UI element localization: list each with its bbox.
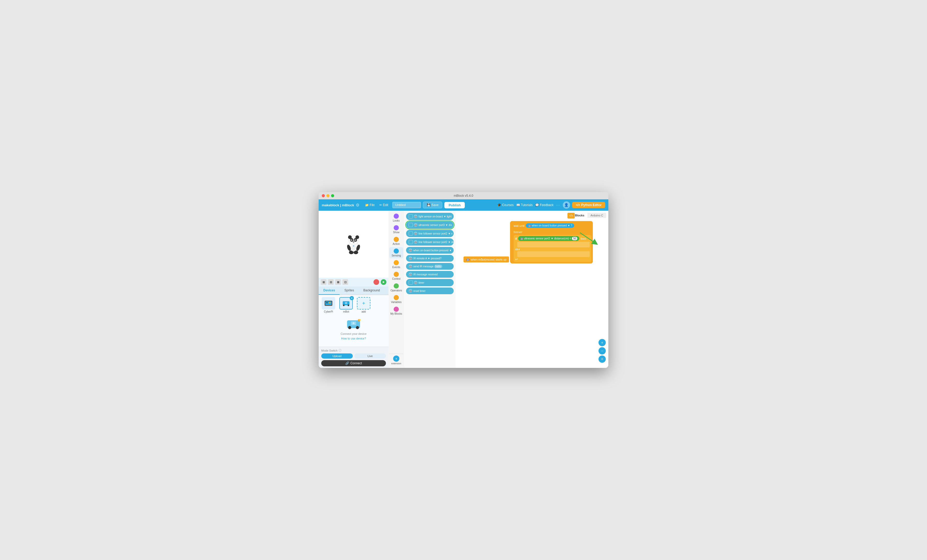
- block-text-6: send IR message hello: [413, 265, 442, 268]
- block-onboard-button[interactable]: 🤖 when on-board button pressed ▼: [406, 247, 454, 253]
- category-variables[interactable]: Variables: [389, 294, 403, 305]
- category-action[interactable]: Action: [389, 235, 403, 247]
- connect-button[interactable]: 🔗 Connect: [321, 360, 386, 366]
- category-show[interactable]: Show: [389, 224, 403, 235]
- block-timer[interactable]: 🤖 timer: [406, 279, 454, 286]
- view-full-icon[interactable]: ⊡: [342, 279, 348, 285]
- block-text-9: reset timer: [413, 290, 426, 292]
- stop-button[interactable]: [374, 279, 379, 285]
- filename-input[interactable]: [392, 202, 421, 208]
- more-button[interactable]: ···: [556, 203, 560, 207]
- link-icon: 🔗: [345, 361, 349, 365]
- zoom-reset-button[interactable]: =: [599, 355, 606, 363]
- mbot-thumb[interactable]: ✕: [339, 297, 353, 310]
- device-connect-area: Connect your device How to use device?: [321, 315, 386, 344]
- cond-text: ultrasonic sensor port3 ▼ distance(cm): [524, 237, 569, 240]
- action-label: Action: [393, 243, 400, 245]
- block-check-8[interactable]: [409, 281, 413, 285]
- block-linefollower2[interactable]: 🤖 line follower sensor port2 ▼ det: [406, 238, 454, 246]
- operators-dot: [394, 283, 399, 288]
- user-avatar[interactable]: 👤: [563, 202, 570, 209]
- canvas-tab-arduino[interactable]: Arduino C: [587, 213, 606, 218]
- control-label: Control: [392, 278, 400, 280]
- panda-sprite: [343, 234, 364, 255]
- block-ultrasonic[interactable]: 🤖 ultrasonic sensor port3 ▼ dis: [406, 221, 454, 229]
- edit-menu[interactable]: ✏ Edit: [377, 202, 390, 208]
- view-normal-icon[interactable]: ⊞: [321, 279, 327, 285]
- svg-rect-20: [326, 302, 328, 303]
- add-device-button[interactable]: +: [357, 297, 370, 310]
- block-text-5: IR remote A ▼ pressed?: [413, 257, 442, 260]
- zoom-in-button[interactable]: +: [599, 339, 606, 346]
- view-grid-icon[interactable]: ⊟: [328, 279, 334, 285]
- block-light-sensor[interactable]: 🤖 light sensor on-board ▼ light: [406, 213, 454, 220]
- mbot-label: mBot: [343, 310, 349, 313]
- add-device: + add: [356, 297, 371, 313]
- tab-sprites[interactable]: Sprites: [340, 287, 359, 295]
- category-sensing[interactable]: Sensing: [389, 247, 403, 258]
- block-check-3[interactable]: [409, 240, 413, 244]
- tutorials-link[interactable]: 📖 Tutorials: [516, 203, 533, 207]
- close-button[interactable]: [322, 194, 325, 197]
- category-operators[interactable]: Operators: [389, 282, 403, 293]
- condition-block[interactable]: 🤖 ultrasonic sensor port3 ▼ distance(cm)…: [518, 236, 580, 241]
- block-check-1[interactable]: [409, 223, 413, 227]
- publish-button[interactable]: Publish: [444, 202, 465, 208]
- wait-condition[interactable]: 🤖 when on-board button pressed ▼ ?: [526, 223, 574, 228]
- value-badge[interactable]: 50: [572, 237, 577, 240]
- variables-label: Variables: [391, 300, 402, 304]
- file-menu[interactable]: 📁 File: [363, 202, 377, 208]
- maximize-button[interactable]: [331, 194, 334, 197]
- block-categories-panel: Looks Show Action Sensing Events Control: [389, 211, 404, 368]
- toolbar-menu: 📁 File ✏ Edit: [363, 202, 390, 208]
- extension-circle: +: [393, 355, 400, 362]
- svg-point-21: [329, 302, 331, 304]
- svg-point-26: [345, 302, 346, 304]
- block-check-2[interactable]: [409, 231, 413, 235]
- block-check-0[interactable]: [409, 214, 413, 219]
- svg-point-24: [348, 305, 349, 306]
- sensing-dot: [394, 249, 399, 253]
- start-block[interactable]: 🤖 when mBot(mcore) starts up: [464, 256, 509, 263]
- robot-icon-cond: 🤖: [520, 237, 523, 240]
- python-editor-button[interactable]: </> Python Editor: [572, 202, 605, 208]
- category-events[interactable]: Events: [389, 259, 403, 270]
- go-button[interactable]: [381, 279, 386, 285]
- category-myblocks[interactable]: My Blocks: [389, 305, 403, 316]
- extension-button[interactable]: + extension: [389, 354, 403, 366]
- courses-link[interactable]: 🎓 Courses: [497, 203, 514, 207]
- block-reset-timer[interactable]: 🤖 reset timer: [406, 287, 454, 294]
- category-looks[interactable]: Looks: [389, 212, 403, 223]
- block-text-0: light sensor on-board ▼ light: [418, 215, 451, 218]
- control-dot: [394, 272, 399, 277]
- block-send-ir[interactable]: 🤖 send IR message hello: [406, 263, 454, 270]
- tab-background[interactable]: Background: [359, 287, 384, 295]
- svg-point-8: [351, 240, 353, 241]
- forever-block[interactable]: forever: [512, 229, 524, 234]
- feedback-icon: 💬: [535, 203, 539, 207]
- mbot-delete-badge[interactable]: ✕: [350, 296, 354, 300]
- save-button[interactable]: 💾 Save: [423, 202, 442, 208]
- block-text-1: ultrasonic sensor port3 ▼ dis: [418, 224, 452, 226]
- block-text-8: timer: [418, 281, 424, 284]
- view-compact-icon[interactable]: ⊠: [335, 279, 341, 285]
- category-control[interactable]: Control: [389, 270, 403, 282]
- block-linefollower1[interactable]: 🤖 line follower sensor port2 ▼ v: [406, 230, 454, 237]
- cyberpi-thumb[interactable]: [322, 297, 335, 310]
- then-body: [517, 242, 590, 247]
- brand-logo: makeblock | mBlock ⚙: [322, 203, 360, 208]
- how-to-link[interactable]: How to use device?: [341, 337, 366, 340]
- zoom-out-button[interactable]: −: [599, 347, 606, 354]
- block-ir-remote[interactable]: 🤖 IR remote A ▼ pressed?: [406, 255, 454, 262]
- upload-mode-button[interactable]: Upload: [321, 354, 353, 358]
- minimize-button[interactable]: [327, 194, 330, 197]
- tab-devices[interactable]: Devices: [319, 287, 340, 295]
- wait-until-block[interactable]: wait until 🤖 when on-board button presse…: [512, 222, 576, 229]
- feedback-link[interactable]: 💬 Feedback: [535, 203, 553, 207]
- code-toggle-icon[interactable]: </>: [567, 213, 575, 219]
- live-mode-button[interactable]: Live: [354, 354, 386, 358]
- device-cyberpi: CyberPi: [321, 297, 336, 313]
- zoom-controls: + − =: [599, 339, 606, 363]
- block-ir-received[interactable]: 🤖 IR message received: [406, 271, 454, 278]
- close-arrow: ↩: [515, 258, 590, 261]
